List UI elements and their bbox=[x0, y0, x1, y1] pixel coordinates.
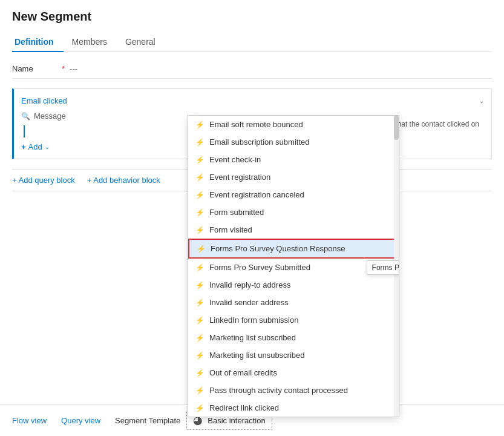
lightning-icon: ⚡ bbox=[195, 299, 205, 307]
lightning-icon: ⚡ bbox=[195, 208, 205, 217]
item-label: LinkedIn form submission bbox=[209, 315, 298, 325]
dropdown-item-forms-pro-survey-submitted[interactable]: ⚡ Forms Pro Survey Submitted Forms Pro S… bbox=[188, 259, 399, 276]
item-label: Forms Pro Survey Submitted bbox=[209, 263, 310, 272]
dropdown-item-pass-through-activity[interactable]: ⚡ Pass through activity contact processe… bbox=[188, 382, 399, 399]
query-view-link[interactable]: Query view bbox=[61, 416, 100, 425]
tab-general[interactable]: General bbox=[123, 32, 165, 51]
lightning-icon: ⚡ bbox=[195, 156, 205, 164]
add-behavior-block-label: + Add behavior block bbox=[87, 176, 160, 185]
name-row: Name * --- bbox=[12, 59, 492, 79]
search-icon: 🔍 bbox=[21, 112, 30, 121]
tab-members[interactable]: Members bbox=[70, 32, 117, 51]
flow-view-link[interactable]: Flow view bbox=[12, 416, 47, 425]
item-label: Email subscription submitted bbox=[209, 137, 309, 147]
dropdown-item-invalid-sender-address[interactable]: ⚡ Invalid sender address bbox=[188, 294, 399, 311]
tooltip-badge: Forms Pro Survey Question Response bbox=[367, 260, 399, 275]
scrollbar-thumb[interactable] bbox=[394, 116, 399, 140]
dropdown-item-linkedin-form-submission[interactable]: ⚡ LinkedIn form submission bbox=[188, 311, 399, 329]
lightning-icon: ⚡ bbox=[195, 191, 205, 199]
lightning-icon: ⚡ bbox=[195, 316, 205, 325]
dropdown-item-forms-pro-survey-question-response[interactable]: ⚡ Forms Pro Survey Question Response bbox=[188, 239, 399, 259]
item-label: Form visited bbox=[209, 225, 252, 234]
item-label: Form submitted bbox=[209, 208, 264, 217]
lightning-icon: ⚡ bbox=[195, 369, 205, 377]
dropdown-item-form-visited[interactable]: ⚡ Form visited bbox=[188, 221, 399, 239]
item-label: Invalid reply-to address bbox=[209, 280, 290, 289]
item-label: Redirect link clicked bbox=[209, 403, 279, 412]
dropdown-scroll-container: ⚡ Email soft remote bounced ⚡ Email subs… bbox=[188, 116, 399, 417]
item-label: Event check-in bbox=[209, 155, 261, 164]
add-label: Add bbox=[28, 142, 42, 151]
tabs: Definition Members General bbox=[12, 32, 492, 52]
tab-definition[interactable]: Definition bbox=[12, 32, 64, 51]
item-label: Pass through activity contact processed bbox=[209, 386, 348, 395]
item-label: Marketing list subscribed bbox=[209, 333, 296, 342]
dropdown-item-marketing-list-unsubscribed[interactable]: ⚡ Marketing list unsubscribed bbox=[188, 346, 399, 364]
dropdown-item-event-registration-canceled[interactable]: ⚡ Event registration canceled bbox=[188, 186, 399, 203]
name-value: --- bbox=[70, 64, 77, 73]
dropdown-item-marketing-list-subscribed[interactable]: ⚡ Marketing list subscribed bbox=[188, 329, 399, 346]
message-label: Message bbox=[34, 111, 66, 121]
item-label: Email soft remote bounced bbox=[209, 120, 303, 129]
lightning-icon: ⚡ bbox=[197, 245, 206, 253]
chevron-down-icon[interactable]: ⌄ bbox=[479, 97, 484, 104]
add-behavior-block-button[interactable]: + Add behavior block bbox=[87, 176, 160, 185]
segment-template-label: Segment Template bbox=[115, 416, 180, 425]
plus-icon: + bbox=[21, 142, 26, 151]
dropdown-item-event-check-in[interactable]: ⚡ Event check-in bbox=[188, 151, 399, 168]
item-label: Out of email credits bbox=[209, 368, 277, 377]
dropdown-item-event-registration[interactable]: ⚡ Event registration bbox=[188, 168, 399, 186]
blue-line bbox=[24, 125, 25, 137]
dropdown-menu: ⚡ Email soft remote bounced ⚡ Email subs… bbox=[188, 115, 399, 417]
item-label: Event registration bbox=[209, 173, 270, 182]
dropdown-item-form-submitted[interactable]: ⚡ Form submitted bbox=[188, 203, 399, 221]
lightning-icon: ⚡ bbox=[195, 121, 205, 129]
lightning-icon: ⚡ bbox=[195, 351, 205, 360]
required-star: * bbox=[62, 64, 65, 73]
page-title: New Segment bbox=[12, 10, 492, 24]
name-label: Name bbox=[12, 64, 61, 73]
lightning-icon: ⚡ bbox=[195, 263, 205, 272]
email-clicked-label[interactable]: Email clicked bbox=[21, 96, 67, 105]
add-chevron-icon: ⌄ bbox=[45, 144, 50, 150]
lightning-icon: ⚡ bbox=[195, 404, 205, 412]
item-label: Invalid sender address bbox=[209, 298, 289, 307]
lightning-icon: ⚡ bbox=[195, 138, 205, 147]
item-label: Marketing list unsubscribed bbox=[209, 351, 305, 360]
lightning-icon: ⚡ bbox=[195, 281, 205, 289]
add-query-block-button[interactable]: + Add query block bbox=[12, 176, 75, 185]
dropdown-item-out-of-email-credits[interactable]: ⚡ Out of email credits bbox=[188, 364, 399, 382]
item-label: Forms Pro Survey Question Response bbox=[211, 244, 345, 253]
lightning-icon: ⚡ bbox=[195, 226, 205, 234]
page-header: New Segment Definition Members General bbox=[0, 0, 504, 52]
app-container: New Segment Definition Members General N… bbox=[0, 0, 504, 436]
dropdown-item-email-subscription-submitted[interactable]: ⚡ Email subscription submitted bbox=[188, 133, 399, 151]
dropdown-item-email-soft-remote-bounced[interactable]: ⚡ Email soft remote bounced bbox=[188, 116, 399, 133]
email-clicked-row: Email clicked ⌄ bbox=[21, 96, 484, 105]
add-query-block-label: + Add query block bbox=[12, 176, 75, 185]
item-label: Event registration canceled bbox=[209, 190, 304, 199]
lightning-icon: ⚡ bbox=[195, 173, 205, 182]
dropdown-item-invalid-reply-to-address[interactable]: ⚡ Invalid reply-to address bbox=[188, 276, 399, 294]
lightning-icon: ⚡ bbox=[195, 386, 205, 395]
lightning-icon: ⚡ bbox=[195, 334, 205, 342]
right-text: ail that the contact clicked on bbox=[386, 120, 479, 128]
dropdown-item-redirect-link-clicked[interactable]: ⚡ Redirect link clicked bbox=[188, 399, 399, 417]
